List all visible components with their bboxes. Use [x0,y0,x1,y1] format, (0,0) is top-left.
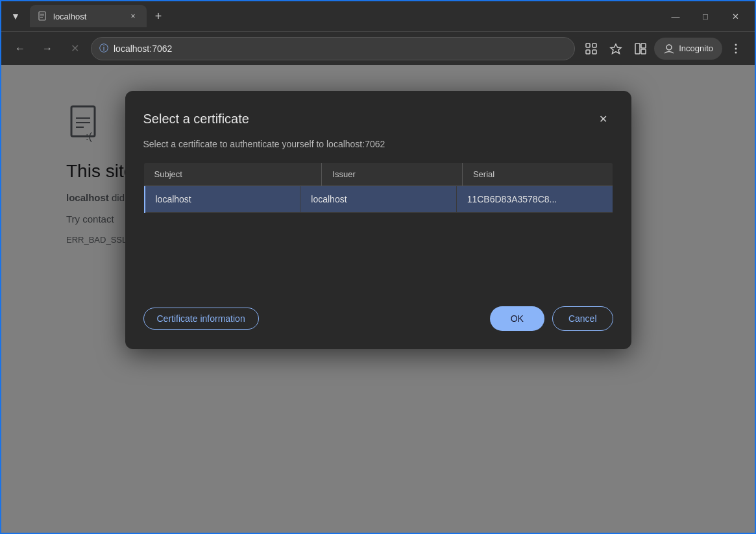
back-button[interactable]: ← [9,38,31,60]
tab-title: localhost [53,12,122,21]
navigation-bar: ← → ✕ ⓘ localhost:7062 [1,31,755,65]
svg-point-13 [735,43,737,45]
incognito-label: Incognito [679,43,713,53]
svg-point-15 [735,51,737,53]
reload-button[interactable]: ✕ [64,38,86,60]
certificate-dialog: Select a certificate ✕ Select a certific… [125,91,631,349]
dialog-footer: Certificate information OK Cancel [143,306,613,331]
window-menu-button[interactable]: ▼ [6,7,25,25]
svg-rect-4 [586,43,590,47]
bookmark-button[interactable] [605,38,627,60]
cancel-button[interactable]: Cancel [552,306,613,331]
svg-rect-9 [635,43,640,54]
svg-rect-6 [586,50,590,54]
svg-rect-7 [592,50,596,54]
close-button[interactable]: ✕ [721,6,750,26]
active-tab[interactable]: localhost × [30,5,147,27]
table-row[interactable]: localhostlocalhost11CB6D83A3578C8... [144,186,613,213]
certificate-info-button[interactable]: Certificate information [143,308,259,330]
window-controls: — □ ✕ [661,6,750,26]
minimize-button[interactable]: — [661,6,690,26]
svg-marker-8 [611,44,621,54]
dialog-title: Select a certificate [143,112,249,127]
extensions-button[interactable] [580,38,602,60]
forward-button[interactable]: → [36,38,58,60]
maximize-button[interactable]: □ [691,6,720,26]
table-header-row: Subject Issuer Serial [144,163,613,186]
svg-point-14 [735,47,737,49]
dialog-header: Select a certificate ✕ [143,109,613,128]
profile-button[interactable] [629,38,652,60]
toolbar-icons: Incognito [580,38,747,60]
modal-overlay: Select a certificate ✕ Select a certific… [1,65,755,533]
footer-buttons: OK Cancel [490,306,613,331]
column-header-subject: Subject [144,163,322,186]
svg-rect-10 [641,43,646,48]
column-header-serial: Serial [462,163,612,186]
incognito-button[interactable]: Incognito [654,38,722,60]
page-content: :( This site can't be reached localhost … [1,65,755,533]
cell-serial: 11CB6D83A3578C8... [456,186,612,213]
cancel-label: Cancel [568,313,597,324]
cell-subject: localhost [145,186,300,213]
browser-frame: ▼ localhost × + — □ ✕ [0,0,756,534]
cert-info-label: Certificate information [157,313,245,324]
ok-label: OK [511,313,524,324]
new-tab-button[interactable]: + [149,7,167,25]
cell-issuer: localhost [300,186,456,213]
title-bar: ▼ localhost × + — □ ✕ [1,1,755,31]
dialog-subtitle: Select a certificate to authenticate you… [143,139,613,149]
tab-strip: localhost × + [30,5,651,27]
address-bar[interactable]: ⓘ localhost:7062 [91,37,575,60]
menu-button[interactable] [725,38,747,60]
svg-rect-5 [592,43,596,47]
svg-point-12 [666,45,672,50]
tab-favicon-icon [38,11,48,21]
address-text: localhost:7062 [114,43,567,54]
column-header-issuer: Issuer [322,163,463,186]
info-icon: ⓘ [99,43,108,55]
dialog-close-button[interactable]: ✕ [594,109,613,128]
tab-close-button[interactable]: × [127,10,139,22]
ok-button[interactable]: OK [490,306,544,331]
svg-rect-11 [641,49,646,54]
certificate-table: Subject Issuer Serial localhostlocalhost… [143,162,613,291]
